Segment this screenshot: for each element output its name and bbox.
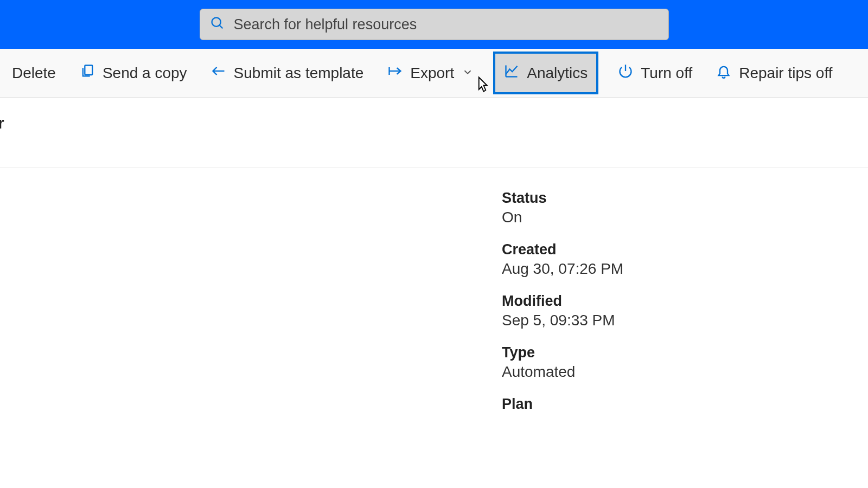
type-label: Type — [502, 344, 868, 361]
repair-tips-button[interactable]: Repair tips off — [712, 54, 837, 92]
status-label: Status — [502, 190, 868, 207]
analytics-button[interactable]: Analytics — [493, 52, 598, 94]
send-copy-label: Send a copy — [103, 65, 187, 82]
export-icon — [387, 63, 403, 82]
send-copy-button[interactable]: Send a copy — [75, 54, 192, 92]
submit-template-button[interactable]: Submit as template — [207, 54, 368, 92]
export-button[interactable]: Export — [383, 54, 478, 92]
turn-off-label: Turn off — [641, 65, 692, 82]
header-top-strip — [0, 0, 868, 4]
plan-label: Plan — [502, 396, 868, 413]
created-label: Created — [502, 241, 868, 258]
analytics-icon — [504, 63, 519, 82]
created-value: Aug 30, 07:26 PM — [502, 260, 868, 278]
search-input[interactable] — [234, 16, 659, 33]
submit-template-label: Submit as template — [234, 65, 364, 82]
svg-line-1 — [219, 25, 222, 29]
modified-group: Modified Sep 5, 09:33 PM — [502, 293, 868, 329]
title-section: r — [0, 98, 868, 168]
arrow-left-icon — [211, 63, 226, 82]
copy-icon — [80, 63, 95, 82]
command-toolbar: Delete Send a copy Submit as template — [0, 49, 868, 98]
power-icon — [618, 63, 633, 82]
search-icon — [210, 16, 225, 33]
details-panel: Status On Created Aug 30, 07:26 PM Modif… — [0, 168, 868, 413]
export-label: Export — [410, 65, 454, 82]
created-group: Created Aug 30, 07:26 PM — [502, 241, 868, 278]
repair-tips-label: Repair tips off — [739, 65, 832, 82]
status-group: Status On — [502, 190, 868, 226]
modified-value: Sep 5, 09:33 PM — [502, 312, 868, 329]
header-bar — [0, 4, 868, 49]
turn-off-button[interactable]: Turn off — [614, 54, 697, 92]
search-box[interactable] — [200, 9, 669, 40]
chevron-down-icon — [462, 65, 474, 82]
status-value: On — [502, 209, 868, 226]
type-group: Type Automated — [502, 344, 868, 381]
analytics-label: Analytics — [527, 65, 588, 82]
delete-label: Delete — [12, 65, 56, 82]
bell-icon — [716, 63, 731, 82]
delete-button[interactable]: Delete — [8, 55, 60, 92]
modified-label: Modified — [502, 293, 868, 310]
svg-rect-2 — [85, 66, 92, 75]
svg-point-0 — [212, 18, 220, 27]
type-value: Automated — [502, 363, 868, 381]
page-title-fragment: r — [0, 114, 4, 132]
plan-group: Plan — [502, 396, 868, 413]
